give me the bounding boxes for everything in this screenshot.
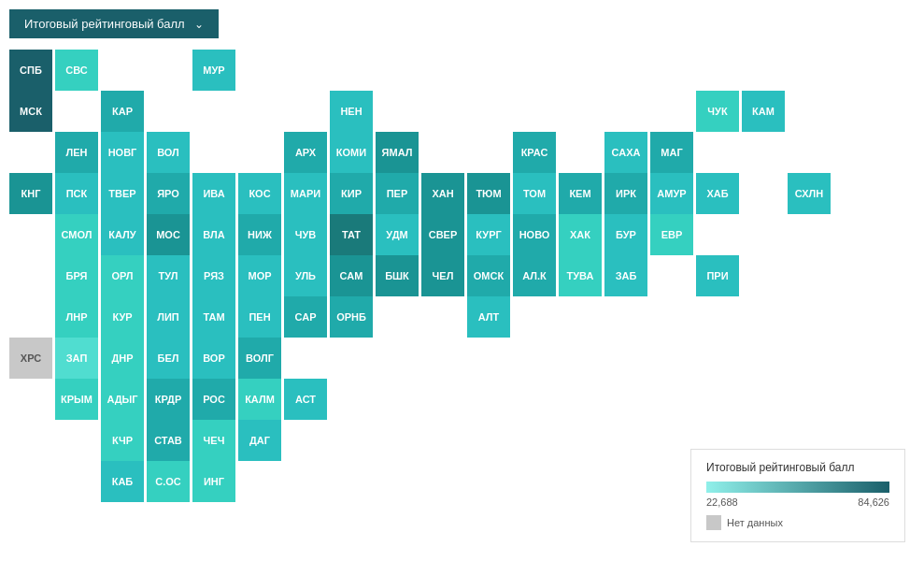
map-cell-кир[interactable]: КИР [330, 173, 373, 214]
map-cell- [192, 132, 235, 173]
map-cell-ирк[interactable]: ИРК [604, 173, 647, 214]
map-cell-там[interactable]: ТАМ [192, 296, 235, 338]
map-cell-заб[interactable]: ЗАБ [604, 255, 647, 296]
map-cell- [421, 296, 464, 338]
map-cell-коми[interactable]: КОМИ [330, 132, 373, 173]
map-cell-хрс[interactable]: ХРС [9, 338, 52, 379]
map-cell-удм[interactable]: УДМ [376, 214, 419, 255]
map-cell-кос[interactable]: КОС [238, 173, 281, 214]
map-cell-вол[interactable]: ВОЛ [147, 132, 190, 173]
map-cell-уль[interactable]: УЛЬ [284, 255, 327, 296]
map-cell-хак[interactable]: ХАК [559, 214, 602, 255]
map-cell-тат[interactable]: ТАТ [330, 214, 373, 255]
map-cell-вор[interactable]: ВОР [192, 338, 235, 379]
map-cell-ива[interactable]: ИВА [192, 173, 235, 214]
map-cell-орнб[interactable]: ОРНБ [330, 296, 373, 338]
map-cell-чув[interactable]: ЧУВ [284, 214, 327, 255]
map-cell-амур[interactable]: АМУР [650, 173, 693, 214]
map-cell- [604, 296, 647, 338]
map-cell-волг[interactable]: ВОЛГ [238, 338, 281, 379]
map-cell-калм[interactable]: КАЛМ [238, 379, 281, 420]
map-cell-при[interactable]: ПРИ [696, 255, 739, 296]
map-cell- [650, 91, 693, 132]
map-cell-ниж[interactable]: НИЖ [238, 214, 281, 255]
map-cell- [513, 296, 556, 338]
map-cell-ново[interactable]: НОВО [513, 214, 556, 255]
map-cell-каб[interactable]: КАБ [101, 461, 144, 502]
map-cell-пен[interactable]: ПЕН [238, 296, 281, 338]
map-cell-свс[interactable]: СВС [55, 50, 98, 91]
map-cell-кург[interactable]: КУРГ [467, 214, 510, 255]
map-cell-схлн[interactable]: СХЛН [788, 173, 831, 214]
map-cell-с-ос[interactable]: С.ОС [147, 461, 190, 502]
map-cell-лнр[interactable]: ЛНР [55, 296, 98, 338]
map-cell-тюм[interactable]: ТЮМ [467, 173, 510, 214]
map-cell-мос[interactable]: МОС [147, 214, 190, 255]
map-cell-нен[interactable]: НЕН [330, 91, 373, 132]
map-cell-мур[interactable]: МУР [192, 50, 235, 91]
map-cell-пск[interactable]: ПСК [55, 173, 98, 214]
map-cell-инг[interactable]: ИНГ [192, 461, 235, 502]
map-cell-ряз[interactable]: РЯЗ [192, 255, 235, 296]
map-cell-смол[interactable]: СМОЛ [55, 214, 98, 255]
map-cell-адыг[interactable]: АДЫГ [101, 379, 144, 420]
map-cell-кур[interactable]: КУР [101, 296, 144, 338]
map-cell-кем[interactable]: КЕМ [559, 173, 602, 214]
map-cell-тува[interactable]: ТУВА [559, 255, 602, 296]
map-cell-мор[interactable]: МОР [238, 255, 281, 296]
map-cell-сам[interactable]: САМ [330, 255, 373, 296]
map-cell-яро[interactable]: ЯРО [147, 173, 190, 214]
map-cell-тул[interactable]: ТУЛ [147, 255, 190, 296]
map-cell-бря[interactable]: БРЯ [55, 255, 98, 296]
map-cell-кам[interactable]: КАМ [742, 91, 785, 132]
map-cell-мари[interactable]: МАРИ [284, 173, 327, 214]
map-cell-чук[interactable]: ЧУК [696, 91, 739, 132]
map-cell-орл[interactable]: ОРЛ [101, 255, 144, 296]
map-cell-ямал[interactable]: ЯМАЛ [376, 132, 419, 173]
map-cell-лен[interactable]: ЛЕН [55, 132, 98, 173]
map-cell-чеч[interactable]: ЧЕЧ [192, 420, 235, 461]
map-cell-саха[interactable]: САХА [604, 132, 647, 173]
map-cell-крдр[interactable]: КРДР [147, 379, 190, 420]
map-cell-крым[interactable]: КРЫМ [55, 379, 98, 420]
map-cell-аст[interactable]: АСТ [284, 379, 327, 420]
map-cell-днр[interactable]: ДНР [101, 338, 144, 379]
map-cell-лип[interactable]: ЛИП [147, 296, 190, 338]
map-cell- [650, 461, 693, 502]
map-cell-хаб[interactable]: ХАБ [696, 173, 739, 214]
map-cell-зап[interactable]: ЗАП [55, 338, 98, 379]
map-cell-твер[interactable]: ТВЕР [101, 173, 144, 214]
map-cell-рос[interactable]: РОС [192, 379, 235, 420]
map-cell- [376, 379, 419, 420]
map-cell-сар[interactable]: САР [284, 296, 327, 338]
map-cell-кнг[interactable]: КНГ [9, 173, 52, 214]
metric-dropdown[interactable]: Итоговый рейтинговый балл ⌄ [9, 9, 219, 38]
map-cell-алт[interactable]: АЛТ [467, 296, 510, 338]
map-cell- [9, 214, 52, 255]
map-cell-бел[interactable]: БЕЛ [147, 338, 190, 379]
map-cell- [421, 461, 464, 502]
map-cell-вла[interactable]: ВЛА [192, 214, 235, 255]
map-cell-новг[interactable]: НОВГ [101, 132, 144, 173]
map-cell-маг[interactable]: МАГ [650, 132, 693, 173]
map-cell-арх[interactable]: АРХ [284, 132, 327, 173]
map-cell-ал-к[interactable]: АЛ.К [513, 255, 556, 296]
map-cell-бур[interactable]: БУР [604, 214, 647, 255]
map-cell-кчр[interactable]: КЧР [101, 420, 144, 461]
map-cell-став[interactable]: СТАВ [147, 420, 190, 461]
map-cell-спб[interactable]: СПБ [9, 50, 52, 91]
map-cell-омск[interactable]: ОМСК [467, 255, 510, 296]
map-cell-пер[interactable]: ПЕР [376, 173, 419, 214]
map-cell-хан[interactable]: ХАН [421, 173, 464, 214]
map-cell-калу[interactable]: КАЛУ [101, 214, 144, 255]
map-cell-мск[interactable]: МСК [9, 91, 52, 132]
map-cell-том[interactable]: ТОМ [513, 173, 556, 214]
map-cell-чел[interactable]: ЧЕЛ [421, 255, 464, 296]
map-cell-крас[interactable]: КРАС [513, 132, 556, 173]
map-cell-кар[interactable]: КАР [101, 91, 144, 132]
map-cell- [376, 338, 419, 379]
map-cell-бшк[interactable]: БШК [376, 255, 419, 296]
map-cell-даг[interactable]: ДАГ [238, 420, 281, 461]
map-cell-свер[interactable]: СВЕР [421, 214, 464, 255]
map-cell-евр[interactable]: ЕВР [650, 214, 693, 255]
